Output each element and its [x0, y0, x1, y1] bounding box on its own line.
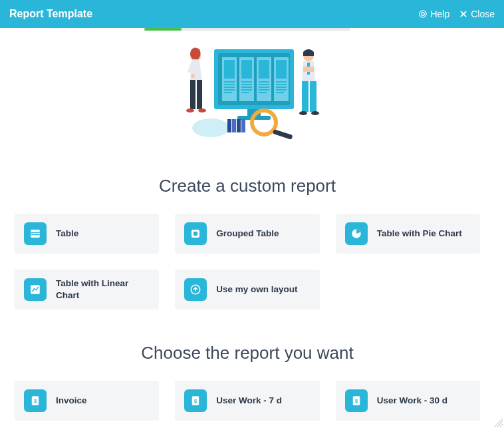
svg-rect-8: [224, 81, 235, 83]
svg-rect-23: [259, 84, 269, 85]
card-invoice[interactable]: $ Invoice: [15, 381, 159, 421]
hero-illustration: [15, 43, 480, 149]
resize-grip-icon[interactable]: [493, 417, 504, 428]
svg-point-53: [299, 111, 307, 115]
help-icon: [418, 9, 428, 19]
svg-rect-14: [241, 60, 252, 79]
svg-rect-39: [237, 119, 241, 132]
svg-line-70: [497, 421, 503, 427]
card-own-layout[interactable]: Use my own layout: [175, 270, 319, 310]
svg-rect-38: [232, 119, 236, 132]
svg-rect-16: [241, 84, 252, 85]
close-label: Close: [471, 9, 495, 19]
svg-rect-9: [224, 84, 235, 85]
modal-body[interactable]: Create a custom report Table Grouped Tab…: [0, 28, 495, 428]
progress-bar: [144, 28, 350, 31]
card-label: Table with Linear Chart: [56, 278, 150, 302]
card-label: User Work - 30 d: [377, 395, 447, 407]
svg-rect-26: [259, 92, 267, 93]
card-pie-chart[interactable]: Table with Pie Chart: [336, 214, 480, 254]
svg-rect-10: [224, 87, 235, 88]
svg-rect-12: [224, 92, 232, 93]
svg-rect-25: [259, 89, 269, 91]
svg-rect-21: [259, 60, 269, 79]
svg-rect-55: [31, 230, 40, 238]
help-button[interactable]: Help: [418, 9, 449, 19]
card-user-work-7d[interactable]: $ User Work - 7 d: [175, 381, 319, 421]
svg-rect-45: [197, 80, 202, 109]
svg-point-36: [192, 118, 229, 137]
svg-point-48: [191, 74, 195, 78]
card-user-work-30d[interactable]: $ User Work - 30 d: [336, 381, 480, 421]
modal-header: Report Template Help Close: [0, 0, 504, 28]
svg-rect-7: [224, 60, 235, 79]
card-linear-chart[interactable]: Table with Linear Chart: [15, 270, 159, 310]
svg-point-41: [252, 110, 276, 134]
svg-rect-37: [227, 119, 231, 132]
svg-point-0: [420, 11, 427, 18]
close-button[interactable]: Close: [459, 9, 495, 19]
svg-rect-15: [241, 81, 252, 83]
linear-chart-icon: [24, 278, 47, 301]
svg-point-46: [186, 108, 194, 112]
svg-rect-44: [190, 80, 195, 109]
custom-report-title: Create a custom report: [15, 176, 480, 196]
svg-point-54: [311, 111, 319, 115]
svg-rect-11: [224, 89, 235, 91]
card-label: Table with Pie Chart: [377, 228, 462, 240]
progress-wrap: [15, 28, 480, 31]
table-icon: [24, 222, 47, 245]
card-label: User Work - 7 d: [216, 395, 282, 407]
card-grouped-table[interactable]: Grouped Table: [175, 214, 319, 254]
svg-rect-33: [276, 92, 284, 93]
choose-report-grid: $ Invoice $ User Work - 7 d $ User Work …: [15, 381, 480, 421]
invoice-icon: $: [24, 389, 47, 412]
svg-point-1: [422, 13, 425, 16]
svg-rect-22: [259, 81, 269, 83]
card-label: Table: [56, 228, 78, 240]
svg-rect-28: [276, 60, 287, 79]
svg-rect-19: [241, 92, 249, 93]
svg-rect-52: [310, 81, 316, 112]
svg-line-71: [500, 424, 503, 427]
invoice-icon: $: [345, 389, 368, 412]
layout-icon: [184, 278, 207, 301]
svg-rect-17: [241, 87, 252, 88]
grouped-table-icon: [184, 222, 207, 245]
card-label: Invoice: [56, 395, 87, 407]
svg-rect-40: [241, 119, 245, 132]
card-table[interactable]: Table: [15, 214, 159, 254]
svg-rect-59: [193, 232, 197, 236]
card-label: Grouped Table: [216, 228, 279, 240]
custom-report-grid: Table Grouped Table Table with Pie Chart…: [15, 214, 480, 310]
help-label: Help: [430, 9, 449, 19]
svg-rect-51: [302, 81, 309, 112]
svg-rect-24: [259, 87, 269, 88]
svg-rect-18: [241, 89, 252, 91]
close-icon: [459, 9, 468, 19]
svg-rect-32: [276, 89, 287, 91]
header-actions: Help Close: [418, 9, 495, 19]
card-label: Use my own layout: [216, 284, 297, 296]
svg-rect-31: [276, 87, 287, 88]
choose-report-title: Choose the report you want: [15, 343, 480, 363]
progress-fill: [144, 28, 182, 31]
svg-rect-42: [273, 129, 293, 140]
modal-title: Report Template: [9, 8, 92, 20]
svg-rect-30: [276, 84, 287, 85]
svg-point-47: [198, 108, 206, 112]
svg-rect-29: [276, 81, 287, 83]
pie-chart-icon: [345, 222, 368, 245]
invoice-icon: $: [184, 389, 207, 412]
